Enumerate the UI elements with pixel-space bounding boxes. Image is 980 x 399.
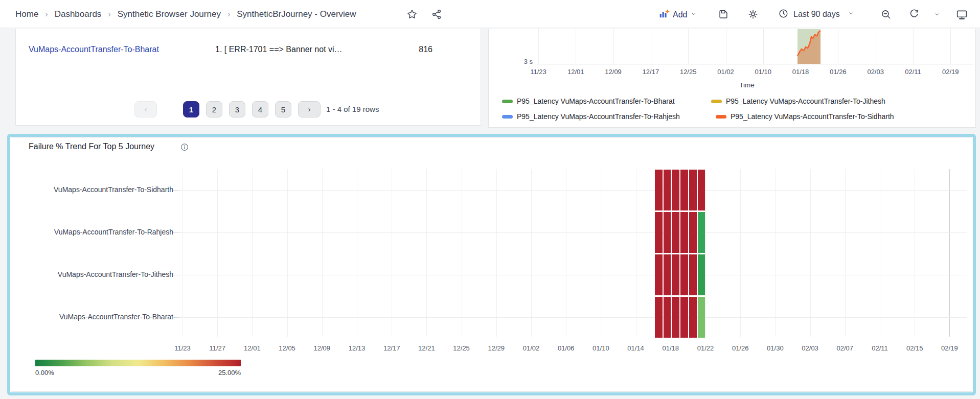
failure-cell-r2c3 (672, 212, 679, 253)
chevron-down-icon (690, 10, 697, 19)
panel-title[interactable]: Failure % Trend For Top 5 Journey (29, 142, 154, 151)
star-icon[interactable] (406, 9, 418, 20)
table-row-divider (16, 35, 481, 35)
info-icon[interactable] (180, 143, 189, 152)
next-page-button[interactable]: › (298, 101, 321, 118)
top-nav: Home›Dashboards›Synthetic Browser Journe… (0, 0, 980, 28)
error-count-cell: 816 (381, 45, 432, 54)
failure-gridline (252, 169, 253, 337)
legend-item-3[interactable]: P95_Latency VuMaps-AccountTransfer-To-Ra… (502, 112, 680, 121)
failure-color-scale (35, 360, 241, 366)
latency-x-tick: 01/26 (823, 68, 853, 76)
failure-gridline (322, 169, 323, 337)
failure-cell-r3c4 (680, 254, 688, 295)
breadcrumb-item-3[interactable]: Synthetic Browser Journey (118, 9, 221, 19)
failure-x-tick: 01/14 (624, 344, 648, 352)
failure-x-tick: 12/13 (345, 344, 369, 352)
tv-mode-icon[interactable] (956, 9, 967, 20)
failure-gridline (217, 169, 218, 337)
legend-swatch (502, 100, 513, 103)
failure-cell-r2c2 (664, 212, 671, 253)
share-icon[interactable] (431, 9, 442, 20)
failure-x-tick: 12/17 (380, 344, 403, 352)
add-panel-icon (658, 8, 670, 21)
latency-x-axis-label: Time (721, 81, 772, 89)
latency-x-tick: 12/01 (560, 68, 591, 76)
time-range-picker[interactable]: Last 90 days (778, 7, 855, 21)
journey-link[interactable]: VuMaps-AccountTransfer-To-Bharat (29, 45, 159, 54)
failure-cell-r3c6 (698, 254, 705, 295)
breadcrumb-separator-icon: › (227, 10, 230, 19)
failure-cell-r4c4 (680, 297, 688, 338)
failure-x-tick: 02/19 (938, 344, 961, 352)
failure-x-tick: 11/23 (171, 344, 194, 352)
page-button-1[interactable]: 1 (183, 101, 199, 118)
failure-gridline (775, 169, 776, 337)
failure-x-tick: 01/22 (694, 344, 717, 352)
add-button[interactable]: Add (658, 8, 697, 21)
failure-cell-r4c2 (664, 297, 671, 338)
breadcrumb-item-4[interactable]: SyntheticBrJourney - Overview (237, 9, 356, 19)
latency-x-tick: 02/03 (860, 68, 891, 76)
failure-x-tick: 11/27 (206, 344, 229, 352)
failure-row-label: VuMaps-AccountTransfer-To-Jithesh (32, 270, 173, 278)
failure-gridline (915, 169, 915, 337)
failure-gridline (810, 169, 811, 337)
refresh-interval-chevron-icon[interactable] (933, 11, 945, 22)
legend-label: P95_Latency VuMaps-AccountTransfer-To-Bh… (517, 97, 675, 105)
failure-gridline (636, 169, 636, 337)
legend-item-2[interactable]: P95_Latency VuMaps-AccountTransfer-To-Ji… (711, 97, 885, 105)
failure-cell-r2c5 (689, 212, 697, 253)
failure-x-tick: 12/25 (450, 344, 473, 352)
failure-gridline (566, 169, 566, 337)
previous-page-button[interactable]: ‹ (134, 101, 157, 118)
latency-x-tick: 02/19 (935, 68, 966, 76)
breadcrumb-item-2[interactable]: Dashboards (55, 9, 102, 19)
refresh-icon[interactable] (908, 9, 920, 20)
failure-cell-r2c1 (655, 212, 663, 253)
failure-x-tick: 01/18 (659, 344, 682, 352)
scale-min-label: 0.00% (35, 369, 54, 377)
failure-x-tick: 12/29 (485, 344, 508, 352)
failure-row-tick (173, 190, 179, 191)
failure-cell-r3c3 (672, 254, 679, 295)
failure-cell-r1c5 (689, 170, 697, 210)
save-dashboard-icon[interactable] (718, 9, 729, 20)
failure-gridline (496, 169, 497, 337)
legend-label: P95_Latency VuMaps-AccountTransfer-To-Si… (731, 112, 894, 121)
failure-x-tick: 12/01 (240, 344, 264, 352)
failure-x-tick: 01/10 (589, 344, 612, 352)
breadcrumb-item-1[interactable]: Home (15, 9, 38, 19)
page-button-5[interactable]: 5 (275, 101, 291, 118)
failure-cell-r1c3 (672, 170, 679, 210)
dashboard-page: { "nav": { "breadcrumb": ["Home", "Dashb… (0, 0, 980, 399)
latency-y-tick: 3 s (512, 58, 533, 65)
legend-label: P95_Latency VuMaps-AccountTransfer-To-Ji… (726, 97, 885, 105)
legend-label: P95_Latency VuMaps-AccountTransfer-To-Ra… (517, 112, 680, 121)
zoom-out-icon[interactable] (880, 9, 892, 20)
page-button-3[interactable]: 3 (229, 101, 245, 118)
legend-item-4[interactable]: P95_Latency VuMaps-AccountTransfer-To-Si… (716, 112, 894, 121)
legend-item-1[interactable]: P95_Latency VuMaps-AccountTransfer-To-Bh… (502, 97, 675, 105)
latency-x-tick: 01/18 (785, 68, 816, 76)
failure-gridline (705, 169, 706, 337)
failure-row-gridline (179, 317, 967, 318)
legend-swatch (716, 115, 726, 119)
settings-gear-icon[interactable] (747, 9, 759, 20)
failure-gridline (183, 169, 183, 337)
failure-x-tick: 02/07 (833, 344, 857, 352)
latency-x-tick: 01/10 (748, 68, 779, 76)
page-button-2[interactable]: 2 (206, 101, 222, 118)
p95-latency-panel: 3 s Time 11/2312/0112/0912/1712/2501/020… (488, 29, 976, 128)
page-button-4[interactable]: 4 (252, 101, 268, 118)
failure-row-gridline (179, 275, 967, 275)
failure-cell-r1c1 (655, 170, 663, 210)
scale-max-label: 25.00% (210, 369, 241, 377)
failure-row-gridline (179, 232, 967, 233)
failure-cell-r2c6 (698, 212, 705, 253)
table-row: VuMaps-AccountTransfer-To-Bharat 1. [ ER… (16, 43, 481, 58)
failure-row-gridline (179, 190, 967, 191)
latency-x-tick: 11/23 (523, 68, 554, 76)
failure-row-label: VuMaps-AccountTransfer-To-Rahjesh (32, 228, 173, 236)
failure-cell-r1c2 (664, 170, 671, 210)
